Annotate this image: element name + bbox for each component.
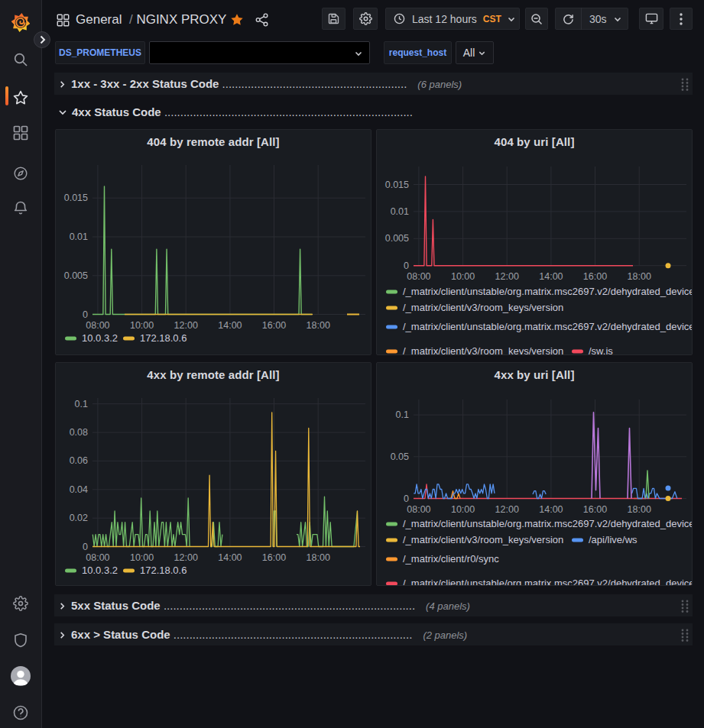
svg-text:10:00: 10:00: [451, 271, 475, 282]
svg-text:/_matrix/client/unstable/org.m: /_matrix/client/unstable/org.matrix.msc2…: [403, 286, 693, 297]
svg-text:12:00: 12:00: [495, 271, 519, 282]
svg-text:08:00: 08:00: [86, 320, 109, 331]
svg-text:0.04: 0.04: [70, 484, 88, 495]
svg-text:16:00: 16:00: [583, 504, 607, 515]
svg-text:0.08: 0.08: [70, 427, 88, 438]
svg-text:12:00: 12:00: [495, 504, 519, 515]
svg-text:14:00: 14:00: [218, 320, 242, 331]
svg-text:172.18.0.6: 172.18.0.6: [140, 565, 187, 576]
svg-text:16:00: 16:00: [583, 271, 607, 282]
svg-text:0: 0: [404, 260, 409, 271]
svg-text:08:00: 08:00: [407, 271, 430, 282]
svg-text:10.0.3.2: 10.0.3.2: [82, 332, 118, 344]
svg-text:12:00: 12:00: [174, 320, 198, 331]
svg-text:0.015: 0.015: [385, 180, 409, 190]
svg-text:08:00: 08:00: [86, 552, 109, 563]
svg-text:16:00: 16:00: [262, 320, 286, 331]
svg-text:0.01: 0.01: [70, 231, 88, 242]
svg-text:18:00: 18:00: [628, 504, 651, 515]
svg-text:0.1: 0.1: [75, 399, 88, 409]
svg-text:18:00: 18:00: [307, 552, 330, 563]
svg-text:0.06: 0.06: [70, 455, 88, 466]
svg-text:10:00: 10:00: [130, 320, 154, 331]
svg-text:08:00: 08:00: [407, 504, 430, 515]
svg-text:10.0.3.2: 10.0.3.2: [82, 565, 118, 576]
svg-text:0.1: 0.1: [396, 409, 409, 420]
svg-text:/_matrix/client/unstable/org.m: /_matrix/client/unstable/org.matrix.msc2…: [403, 578, 693, 586]
svg-text:0.005: 0.005: [385, 233, 409, 244]
svg-text:/api/live/ws: /api/live/ws: [589, 534, 637, 545]
svg-text:16:00: 16:00: [262, 552, 286, 563]
svg-text:/_matrix/client/v3/room_keys/v: /_matrix/client/v3/room_keys/version: [403, 302, 563, 313]
svg-text:0: 0: [83, 309, 88, 320]
svg-text:0: 0: [404, 493, 409, 504]
svg-text:/_matrix/client/unstable/org.m: /_matrix/client/unstable/org.matrix.msc2…: [403, 321, 693, 332]
svg-text:10:00: 10:00: [130, 552, 154, 563]
svg-text:0: 0: [83, 542, 88, 552]
svg-text:0.015: 0.015: [64, 193, 88, 203]
svg-text:12:00: 12:00: [174, 552, 198, 563]
svg-text:/_matrix/client/r0/sync: /_matrix/client/r0/sync: [403, 553, 499, 565]
svg-text:0.005: 0.005: [64, 270, 88, 281]
svg-text:/_matrix/client/v3/room_keys/v: /_matrix/client/v3/room_keys/version: [403, 534, 563, 545]
svg-text:0.02: 0.02: [70, 513, 88, 523]
svg-text:0.05: 0.05: [391, 451, 409, 462]
svg-text:/_matrix/client/v3/room_keys/v: /_matrix/client/v3/room_keys/version: [403, 345, 563, 355]
svg-text:14:00: 14:00: [539, 271, 563, 282]
svg-text:18:00: 18:00: [628, 271, 651, 282]
svg-text:0.01: 0.01: [391, 206, 409, 217]
svg-text:/sw.js: /sw.js: [589, 345, 613, 355]
svg-text:14:00: 14:00: [218, 552, 242, 563]
svg-text:/_matrix/client/unstable/org.m: /_matrix/client/unstable/org.matrix.msc2…: [403, 518, 693, 529]
svg-text:18:00: 18:00: [307, 320, 330, 331]
svg-text:10:00: 10:00: [451, 504, 475, 515]
svg-text:172.18.0.6: 172.18.0.6: [140, 332, 187, 344]
svg-text:14:00: 14:00: [539, 504, 563, 515]
